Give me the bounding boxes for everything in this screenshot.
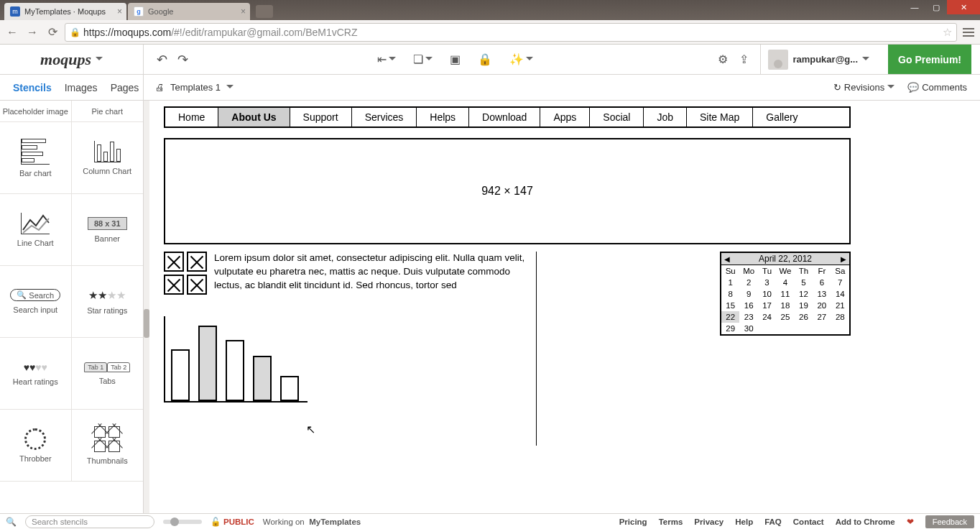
chevron-down-icon[interactable] xyxy=(96,57,103,64)
share-button[interactable]: ⇪ xyxy=(739,52,749,66)
calendar-day[interactable]: 19 xyxy=(795,300,813,311)
align-button[interactable]: ⇤ xyxy=(377,52,396,66)
calendar-next-icon[interactable]: ▶ xyxy=(841,255,846,263)
go-premium-button[interactable]: Go Premium! xyxy=(888,45,971,74)
calendar-day[interactable]: 23 xyxy=(739,311,757,323)
stencil-scrollbar[interactable] xyxy=(144,101,149,513)
mock-nav-item[interactable]: About Us xyxy=(218,108,290,126)
browser-tab-inactive[interactable]: g Google × xyxy=(128,3,250,20)
calendar-day[interactable]: 27 xyxy=(813,311,831,323)
calendar-day[interactable]: 4 xyxy=(776,277,794,288)
layers-button[interactable]: ❏ xyxy=(413,52,433,66)
footer-link[interactable]: Pricing xyxy=(619,518,647,526)
settings-button[interactable]: ⚙ xyxy=(718,52,728,66)
mock-nav-item[interactable]: Job xyxy=(644,108,687,126)
user-menu[interactable]: rampukar@g... xyxy=(760,45,877,74)
calendar-day[interactable]: 7 xyxy=(831,277,849,288)
calendar-day[interactable]: 14 xyxy=(831,288,849,300)
calendar-day[interactable]: 24 xyxy=(758,311,776,323)
stencil-column-chart[interactable]: Column Chart xyxy=(72,122,144,194)
tab-stencils[interactable]: Stencils xyxy=(13,82,52,93)
calendar-day[interactable]: 18 xyxy=(776,300,794,311)
calendar-day[interactable]: 13 xyxy=(813,288,831,300)
revisions-button[interactable]: ↻ Revisions xyxy=(833,82,895,93)
calendar-day[interactable]: 28 xyxy=(831,311,849,323)
stencil-line-chart[interactable]: Line Chart xyxy=(0,194,72,266)
calendar-day[interactable]: 29 xyxy=(721,323,739,334)
mock-column-chart[interactable] xyxy=(164,316,308,402)
footer-link[interactable]: Add to Chrome xyxy=(836,518,895,526)
mock-nav-item[interactable]: Home xyxy=(165,108,218,126)
canvas[interactable]: HomeAbout UsSupportServicesHelpsDownload… xyxy=(149,101,980,513)
wand-button[interactable]: ✨ xyxy=(509,52,533,66)
mock-nav-item[interactable]: Apps xyxy=(540,108,590,126)
calendar-day[interactable]: 15 xyxy=(721,300,739,311)
calendar-day[interactable]: 17 xyxy=(758,300,776,311)
footer-link[interactable]: Contact xyxy=(793,518,824,526)
templates-selector[interactable]: 🖨 Templates 1 xyxy=(144,82,234,93)
calendar-day[interactable]: 10 xyxy=(758,288,776,300)
footer-link[interactable]: Help xyxy=(735,518,753,526)
footer-link[interactable]: FAQ xyxy=(764,518,782,526)
calendar-day[interactable]: 21 xyxy=(831,300,849,311)
mock-nav-item[interactable]: Social xyxy=(590,108,644,126)
stencil-search-input[interactable]: Search stencils xyxy=(25,515,154,528)
stencil-tabs[interactable]: Tab 1Tab 2 Tabs xyxy=(72,338,144,410)
mock-nav[interactable]: HomeAbout UsSupportServicesHelpsDownload… xyxy=(164,106,851,128)
lock-button[interactable]: 🔒 xyxy=(478,52,492,66)
calendar-day[interactable]: 9 xyxy=(739,288,757,300)
mock-nav-item[interactable]: Services xyxy=(352,108,417,126)
window-close-button[interactable]: ✕ xyxy=(947,0,980,14)
tab-images[interactable]: Images xyxy=(65,82,98,93)
calendar-day[interactable]: 11 xyxy=(776,288,794,300)
scroll-thumb[interactable] xyxy=(144,309,149,338)
calendar-day[interactable]: 5 xyxy=(795,277,813,288)
mock-thumbnails[interactable] xyxy=(164,252,207,295)
feedback-button[interactable]: Feedback xyxy=(925,515,974,528)
stencil-banner[interactable]: 88 x 31 Banner xyxy=(72,194,144,266)
calendar-day[interactable]: 25 xyxy=(776,311,794,323)
reload-button[interactable]: ⟳ xyxy=(45,24,60,40)
close-icon[interactable]: × xyxy=(241,6,246,17)
tab-pages[interactable]: Pages xyxy=(111,82,139,93)
calendar-day[interactable]: 1 xyxy=(721,277,739,288)
stencil-heart-ratings[interactable]: ♥♥♥♥ Heart ratings xyxy=(0,338,72,410)
minimize-button[interactable]: — xyxy=(904,0,925,14)
calendar-day[interactable]: 12 xyxy=(795,288,813,300)
mock-nav-item[interactable]: Download xyxy=(469,108,540,126)
redo-button[interactable]: ↷ xyxy=(177,52,188,68)
mock-nav-item[interactable]: Support xyxy=(290,108,352,126)
stencil-placeholder-image[interactable]: Placeholder image xyxy=(0,101,72,122)
group-button[interactable]: ▣ xyxy=(450,52,461,66)
close-icon[interactable]: × xyxy=(117,6,122,17)
stencil-thumbnails[interactable]: Thumbnails xyxy=(72,410,144,482)
mock-calendar[interactable]: ◀ April 22, 2012 ▶ SuMoTuWeThFrSa1234567… xyxy=(720,252,851,336)
calendar-day[interactable]: 30 xyxy=(739,323,757,334)
calendar-day[interactable]: 8 xyxy=(721,288,739,300)
stencil-bar-chart[interactable]: Bar chart xyxy=(0,122,72,194)
chrome-menu-button[interactable] xyxy=(961,28,976,37)
calendar-day[interactable]: 2 xyxy=(739,277,757,288)
calendar-prev-icon[interactable]: ◀ xyxy=(724,255,730,263)
calendar-day[interactable]: 3 xyxy=(758,277,776,288)
calendar-day[interactable]: 26 xyxy=(795,311,813,323)
mock-nav-item[interactable]: Helps xyxy=(417,108,469,126)
stencil-star-ratings[interactable]: ★★★★ Star ratings xyxy=(72,266,144,338)
calendar-day[interactable]: 16 xyxy=(739,300,757,311)
comments-button[interactable]: 💬 Comments xyxy=(907,82,967,93)
browser-tab-active[interactable]: m MyTemplates · Moqups × xyxy=(4,3,126,20)
logo[interactable]: moqups xyxy=(40,50,91,69)
stencil-throbber[interactable]: Throbber xyxy=(0,410,72,482)
maximize-button[interactable]: ▢ xyxy=(925,0,947,14)
stencil-search-input[interactable]: 🔍Search Search input xyxy=(0,266,72,338)
zoom-slider[interactable] xyxy=(163,520,202,524)
mock-hero-placeholder[interactable]: 942 × 147 xyxy=(164,138,851,244)
forward-button[interactable]: → xyxy=(24,24,40,40)
calendar-day[interactable]: 6 xyxy=(813,277,831,288)
visibility-badge[interactable]: 🔓 PUBLIC xyxy=(211,517,254,527)
url-bar[interactable]: 🔒 https://moqups.com/#!/edit/rampukar@gm… xyxy=(65,23,957,42)
calendar-day[interactable]: 22 xyxy=(721,311,739,323)
new-tab-button[interactable] xyxy=(256,5,273,18)
footer-link[interactable]: Privacy xyxy=(694,518,724,526)
mock-nav-item[interactable]: Site Map xyxy=(687,108,753,126)
